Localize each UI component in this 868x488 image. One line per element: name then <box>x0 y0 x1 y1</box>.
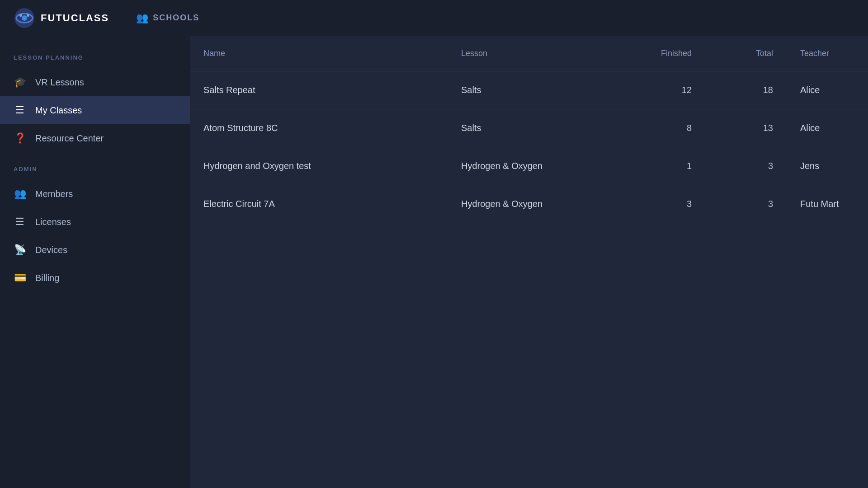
logo-text: FUTUCLASS <box>41 12 109 24</box>
vr-lessons-icon: 🎓 <box>14 76 26 88</box>
devices-icon: 📡 <box>14 244 26 256</box>
cell-finished: 12 <box>617 71 705 109</box>
sidebar-item-label: Members <box>35 189 73 199</box>
cell-lesson: Hydrogen & Oxygen <box>448 185 617 223</box>
sidebar-item-label: Resource Center <box>35 133 104 144</box>
col-header-finished: Finished <box>617 36 705 71</box>
admin-section: ADMIN 👥 Members ☰ Licenses 📡 Devices 💳 B… <box>0 166 190 292</box>
cell-lesson: Salts <box>448 109 617 147</box>
cell-teacher: Alice <box>787 109 868 147</box>
cell-teacher: Futu Mart <box>787 185 868 223</box>
sidebar-item-label: Licenses <box>35 217 71 227</box>
schools-icon: 👥 <box>136 12 148 24</box>
billing-icon: 💳 <box>14 272 26 284</box>
cell-teacher: Alice <box>787 71 868 109</box>
sidebar-item-my-classes[interactable]: ☰ My Classes <box>0 96 190 124</box>
svg-point-3 <box>19 14 22 17</box>
sidebar-item-billing[interactable]: 💳 Billing <box>0 264 190 292</box>
cell-teacher: Jens <box>787 147 868 185</box>
sidebar-item-label: Devices <box>35 245 67 255</box>
col-header-total: Total <box>705 36 787 71</box>
licenses-icon: ☰ <box>14 216 26 228</box>
col-header-teacher: Teacher <box>787 36 868 71</box>
futuclass-logo-icon <box>14 7 35 29</box>
resource-center-icon: ❓ <box>14 132 26 144</box>
logo[interactable]: FUTUCLASS <box>14 7 109 29</box>
sidebar-item-label: Billing <box>35 273 59 283</box>
main-layout: LESSON PLANNING 🎓 VR Lessons ☰ My Classe… <box>0 36 868 488</box>
cell-name: Salts Repeat <box>190 71 448 109</box>
app-header: FUTUCLASS 👥 SCHOOLS <box>0 0 868 36</box>
cell-total: 3 <box>705 147 787 185</box>
sidebar-item-resource-center[interactable]: ❓ Resource Center <box>0 124 190 152</box>
sidebar-item-licenses[interactable]: ☰ Licenses <box>0 208 190 236</box>
table-row[interactable]: Salts Repeat Salts 12 18 Alice <box>190 71 868 109</box>
table-body: Salts Repeat Salts 12 18 Alice Atom Stru… <box>190 71 868 223</box>
cell-name: Electric Circuit 7A <box>190 185 448 223</box>
cell-total: 13 <box>705 109 787 147</box>
cell-lesson: Salts <box>448 71 617 109</box>
sidebar-item-devices[interactable]: 📡 Devices <box>0 236 190 264</box>
my-classes-icon: ☰ <box>14 104 26 116</box>
col-header-name: Name <box>190 36 448 71</box>
cell-name: Atom Structure 8C <box>190 109 448 147</box>
cell-total: 3 <box>705 185 787 223</box>
table-row[interactable]: Electric Circuit 7A Hydrogen & Oxygen 3 … <box>190 185 868 223</box>
sidebar: LESSON PLANNING 🎓 VR Lessons ☰ My Classe… <box>0 36 190 488</box>
sidebar-item-label: VR Lessons <box>35 77 84 88</box>
svg-point-4 <box>27 14 29 17</box>
svg-point-2 <box>22 15 27 21</box>
admin-label: ADMIN <box>0 166 190 180</box>
sidebar-item-vr-lessons[interactable]: 🎓 VR Lessons <box>0 68 190 96</box>
classes-table: Name Lesson Finished Total Teacher Salts… <box>190 36 868 223</box>
table-row[interactable]: Atom Structure 8C Salts 8 13 Alice <box>190 109 868 147</box>
main-content: Name Lesson Finished Total Teacher Salts… <box>190 36 868 488</box>
sidebar-item-label: My Classes <box>35 105 82 116</box>
table-header: Name Lesson Finished Total Teacher <box>190 36 868 71</box>
cell-finished: 1 <box>617 147 705 185</box>
cell-total: 18 <box>705 71 787 109</box>
col-header-lesson: Lesson <box>448 36 617 71</box>
cell-lesson: Hydrogen & Oxygen <box>448 147 617 185</box>
members-icon: 👥 <box>14 188 26 200</box>
cell-finished: 8 <box>617 109 705 147</box>
cell-name: Hydrogen and Oxygen test <box>190 147 448 185</box>
lesson-planning-label: LESSON PLANNING <box>0 54 190 68</box>
schools-label: SCHOOLS <box>153 13 199 23</box>
table-row[interactable]: Hydrogen and Oxygen test Hydrogen & Oxyg… <box>190 147 868 185</box>
schools-nav[interactable]: 👥 SCHOOLS <box>136 12 199 24</box>
sidebar-item-members[interactable]: 👥 Members <box>0 180 190 208</box>
cell-finished: 3 <box>617 185 705 223</box>
